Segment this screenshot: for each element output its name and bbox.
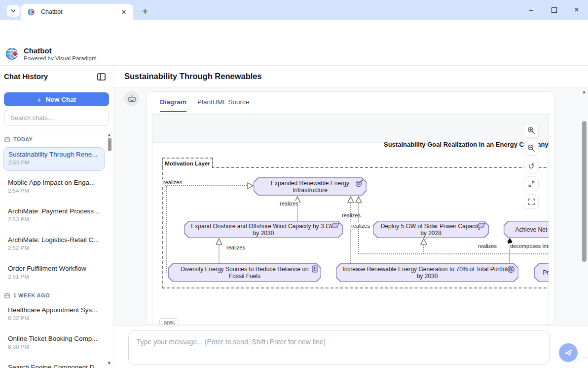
plus-icon: + — [37, 95, 41, 104]
sidebar-scrollbar-down-icon[interactable]: ▼ — [107, 361, 111, 366]
chat-list-item[interactable]: Mobile App Impact on Enga... 2:54 PM — [3, 176, 105, 200]
message-input-bar — [113, 325, 588, 368]
close-button[interactable]: × — [565, 0, 588, 20]
new-chat-label: New Chat — [46, 96, 76, 103]
chat-item-time: 2:54 PM — [8, 188, 100, 194]
send-plane-icon — [564, 348, 573, 357]
message-input[interactable] — [128, 330, 550, 365]
diagram-node-principle[interactable]: Diversify Energy Sources to Reduce Relia… — [168, 263, 321, 282]
node-label: Prior — [535, 264, 549, 281]
requirement-icon — [477, 223, 485, 228]
app-title: Chatbot — [24, 46, 52, 55]
minimize-button[interactable]: – — [520, 0, 543, 20]
chat-item-time: 2:55 PM — [8, 160, 99, 165]
diagram-viewport[interactable]: Sustainability Goal Realization in an En… — [152, 114, 549, 325]
chat-item-time: 2:51 PM — [8, 274, 100, 280]
app-header: Chatbot Powered by Visual Paradigm More … — [0, 42, 588, 66]
node-label: Deploy 5 GW of Solar Power Capacity by 2… — [373, 221, 488, 237]
browser-tab[interactable]: Chatbot ✕ — [21, 4, 133, 20]
node-label: Increase Renewable Energy Generation to … — [336, 264, 517, 281]
sidebar-heading: Chat History — [4, 72, 48, 81]
app-window: Chatbot ✕ + – × ← → ↻ ai-toolbox.visual-… — [0, 0, 588, 368]
edge-label-realizes: realizes — [279, 201, 299, 206]
diagram-node-goal[interactable]: Increase Renewable Energy Generation to … — [336, 263, 518, 282]
outcome-icon — [355, 179, 363, 187]
assistant-robot-avatar — [124, 91, 139, 106]
goal-icon — [507, 265, 515, 273]
chat-list-item[interactable]: Order Fulfillment Workflow 2:51 PM — [3, 262, 105, 286]
edge-label-realizes: realizes — [477, 243, 498, 249]
diagram-node-clipped[interactable]: Achieve Net-Zer — [504, 221, 549, 238]
chat-item-title: Sustainability Through Rene... — [8, 151, 99, 158]
chat-list-item[interactable]: Search Engine Component D... — [3, 361, 105, 368]
chat-list-item[interactable]: Healthcare Appointment Sys... 8:32 PM — [3, 303, 105, 327]
edge-label-decomposes: decomposes into — [509, 243, 549, 249]
chat-item-time: 2:53 PM — [8, 216, 100, 222]
expand-button[interactable] — [524, 176, 539, 191]
search-input[interactable] — [4, 110, 109, 126]
chat-item-title: ArchiMate: Logistics-Retail C... — [8, 236, 100, 244]
edge-realization — [219, 245, 220, 263]
node-label: Diversify Energy Sources to Reduce Relia… — [169, 264, 320, 281]
edge-realization — [358, 253, 549, 254]
sidebar-collapse-icon[interactable] — [96, 72, 106, 82]
zoom-level-badge: 90% — [159, 318, 179, 325]
tab-diagram[interactable]: Diagram — [160, 98, 186, 112]
realization-arrowhead — [347, 196, 354, 203]
chat-list-item[interactable]: Sustainability Through Rene... 2:55 PM — [3, 147, 105, 171]
sidebar-chat-history: Chat History + New Chat TODAY Sustainabi… — [0, 66, 113, 368]
tab-plantuml-source[interactable]: PlantUML Source — [197, 98, 249, 106]
chat-item-time: 8:00 PM — [8, 344, 100, 350]
browser-titlebar: Chatbot ✕ + – × — [0, 0, 588, 20]
section-header-week-ago: 1 WEEK AGO — [4, 290, 113, 300]
tab-search-chevron-icon[interactable] — [7, 5, 20, 17]
maximize-button[interactable] — [543, 0, 565, 20]
sidebar-scrollbar-thumb[interactable] — [108, 138, 111, 151]
edge-label-realizes: realizes — [162, 179, 183, 185]
section-label: TODAY — [13, 136, 33, 142]
node-label: Expand Onshore and Offshore Wind Capacit… — [184, 221, 342, 237]
edge-realization — [166, 186, 167, 273]
sidebar-scrollbar-up-icon[interactable]: ▲ — [107, 132, 111, 137]
visual-paradigm-link[interactable]: Visual Paradigm — [55, 55, 97, 61]
edge-realization — [165, 185, 247, 186]
main-titlebar: Sustainability Through Renewables — [113, 66, 588, 87]
diagram-card: Diagram PlantUML Source Sustainability G… — [146, 91, 555, 325]
chat-item-time: 2:52 PM — [8, 245, 100, 251]
edge-realization — [423, 245, 424, 254]
zoom-in-button[interactable] — [524, 123, 539, 138]
new-chat-button[interactable]: + New Chat — [4, 92, 109, 106]
send-button[interactable] — [559, 343, 578, 362]
node-label: Expanded Renewable Energy Infrastructure — [254, 178, 366, 195]
section-header-today: TODAY — [4, 134, 113, 144]
realization-arrowhead — [355, 196, 362, 203]
tab-close-icon[interactable]: ✕ — [119, 7, 128, 16]
realization-arrowhead — [420, 238, 427, 245]
chat-item-title: Healthcare Appointment Sys... — [8, 306, 100, 314]
chat-list-item[interactable]: ArchiMate: Payment Process ... 2:53 PM — [3, 204, 105, 228]
sidebar-header: Chat History — [0, 66, 113, 87]
calendar-icon — [4, 137, 10, 142]
new-tab-button[interactable]: + — [138, 4, 152, 18]
realization-arrowhead — [247, 182, 254, 189]
main-scrollbar-up-icon[interactable]: ▲ — [582, 89, 587, 94]
diagram-node-requirement[interactable]: Deploy 5 GW of Solar Power Capacity by 2… — [373, 221, 489, 238]
diagram-node-outcome[interactable]: Expanded Renewable Energy Infrastructure — [254, 177, 367, 196]
section-label: 1 WEEK AGO — [13, 292, 50, 298]
requirement-icon — [331, 223, 339, 228]
fullscreen-button[interactable] — [524, 194, 539, 209]
chat-list-item[interactable]: ArchiMate: Logistics-Retail C... 2:52 PM — [3, 233, 105, 257]
diagram-node-clipped[interactable]: Prior — [534, 263, 549, 282]
edge-label-realizes: realizes — [350, 223, 371, 229]
node-label: Achieve Net-Zer — [504, 221, 549, 237]
main-scrollbar-thumb[interactable] — [582, 121, 587, 262]
zoom-out-button[interactable] — [524, 141, 539, 156]
reset-zoom-button[interactable]: ↺ — [524, 159, 539, 173]
diagram-node-requirement[interactable]: Expand Onshore and Offshore Wind Capacit… — [184, 221, 343, 238]
viewport-header-strip — [152, 115, 549, 143]
chat-list-item[interactable]: Online Ticket Booking Comp... 8:00 PM — [3, 332, 105, 356]
chat-item-title: Search Engine Component D... — [8, 364, 100, 368]
powered-by: Powered by Visual Paradigm — [24, 55, 96, 61]
chat-item-title: Order Fulfillment Workflow — [8, 265, 100, 272]
motivation-layer-label: Motivation Layer — [162, 158, 213, 168]
